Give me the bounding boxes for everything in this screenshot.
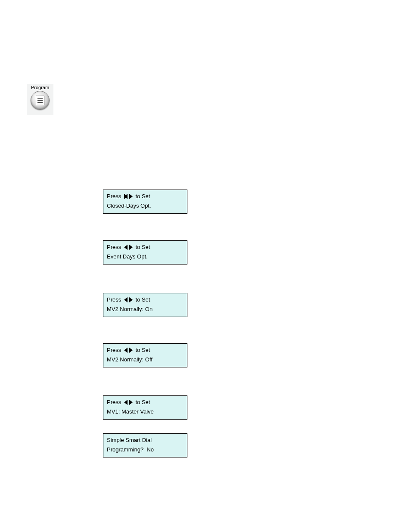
lcd-text: Press: [107, 243, 123, 251]
lcd-line-1: Press to Set: [107, 296, 184, 304]
left-right-arrows-icon: [124, 297, 133, 302]
svg-marker-8: [129, 348, 133, 353]
lcd-line-2: Closed-Days Opt.: [107, 202, 184, 210]
lcd-text: Press: [107, 346, 123, 354]
lcd-line-2: Event Days Opt.: [107, 253, 184, 261]
program-button[interactable]: Program: [27, 84, 53, 115]
lcd-text: to Set: [134, 398, 150, 406]
lcd-line-2: MV1: Master Valve: [107, 408, 184, 416]
program-button-circle: [31, 91, 50, 110]
lcd-text: Press: [107, 193, 123, 200]
left-right-arrows-icon: [124, 348, 133, 353]
lcd-text: to Set: [134, 346, 150, 354]
program-button-label: Program: [31, 85, 49, 90]
lcd-display: Press to Set Closed-Days Opt.: [103, 190, 187, 214]
svg-marker-2: [129, 194, 133, 199]
lcd-display: Simple Smart Dial Programming? No: [103, 433, 187, 457]
lcd-display: Press to Set MV2 Normally: Off: [103, 343, 187, 367]
lcd-line-1: Press to Set: [107, 346, 184, 354]
lcd-text: Press: [107, 296, 123, 304]
svg-marker-7: [124, 348, 128, 353]
lcd-line-1: Press to Set: [107, 398, 184, 406]
lcd-display: Press to Set MV1: Master Valve: [103, 395, 187, 420]
svg-marker-10: [129, 400, 133, 405]
svg-marker-4: [129, 245, 133, 250]
list-icon: [36, 96, 44, 105]
lcd-line-2: Programming? No: [107, 446, 184, 454]
lcd-text: to Set: [134, 193, 150, 200]
lcd-text: Press: [107, 398, 123, 406]
lcd-line-1: Press to Set: [107, 243, 184, 251]
left-right-arrows-icon: [124, 400, 133, 405]
svg-marker-3: [124, 245, 128, 250]
svg-marker-5: [124, 297, 128, 302]
left-right-arrows-icon: [124, 194, 133, 199]
lcd-display: Press to Set Event Days Opt.: [103, 240, 187, 264]
lcd-display: Press to Set MV2 Normally: On: [103, 293, 187, 317]
svg-marker-6: [129, 297, 133, 302]
lcd-line-2: MV2 Normally: Off: [107, 356, 184, 364]
lcd-line-1: Press to Set: [107, 193, 184, 200]
lcd-text: to Set: [134, 243, 150, 251]
lcd-line-1: Simple Smart Dial: [107, 436, 184, 444]
left-right-arrows-icon: [124, 245, 133, 250]
svg-marker-9: [124, 400, 128, 405]
lcd-text: to Set: [134, 296, 150, 304]
lcd-line-2: MV2 Normally: On: [107, 305, 184, 313]
